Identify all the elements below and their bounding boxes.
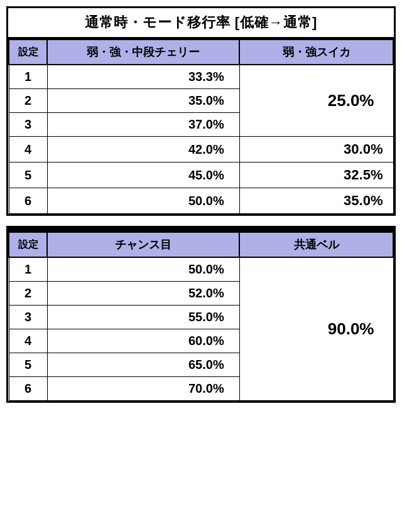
- setting-cell: 4: [9, 137, 47, 162]
- col2-cell: 45.0%: [47, 162, 239, 188]
- setting-cell: 1: [9, 65, 47, 89]
- table-row: 442.0%30.0%: [9, 137, 393, 162]
- setting-cell: 2: [9, 89, 47, 113]
- table2-header-col2: チャンス目: [47, 232, 239, 257]
- col2-cell: 65.0%: [47, 353, 239, 377]
- col3-merged-cell: 25.0%: [239, 65, 393, 137]
- col2-cell: 35.0%: [47, 89, 239, 113]
- table-row: 650.0%35.0%: [9, 188, 393, 214]
- setting-cell: 2: [9, 282, 47, 306]
- col2-cell: 33.3%: [47, 65, 239, 89]
- table2: 設定 チャンス目 共通ベル 150.0%90.0%252.0%355.0%460…: [6, 230, 396, 403]
- col3-cell: 30.0%: [239, 137, 393, 162]
- setting-cell: 6: [9, 377, 47, 401]
- table2-header-setting: 設定: [9, 232, 47, 257]
- col2-cell: 52.0%: [47, 282, 239, 306]
- col2-cell: 42.0%: [47, 137, 239, 162]
- table1: 設定 弱・強・中段チェリー 弱・強スイカ 133.3%25.0%235.0%33…: [6, 39, 396, 216]
- table-row: 545.0%32.5%: [9, 162, 393, 188]
- setting-cell: 4: [9, 329, 47, 353]
- table2-header-col3: 共通ベル: [239, 232, 393, 257]
- page-title: 通常時・モード移行率 [低確→通常]: [6, 6, 396, 39]
- col2-cell: 60.0%: [47, 329, 239, 353]
- setting-cell: 5: [9, 162, 47, 188]
- setting-cell: 5: [9, 353, 47, 377]
- setting-cell: 3: [9, 113, 47, 137]
- setting-cell: 6: [9, 188, 47, 214]
- col2-cell: 70.0%: [47, 377, 239, 401]
- col3-merged-cell: 90.0%: [239, 257, 393, 401]
- table-row: 133.3%25.0%: [9, 65, 393, 89]
- col3-cell: 35.0%: [239, 188, 393, 214]
- setting-cell: 3: [9, 306, 47, 329]
- col2-cell: 37.0%: [47, 113, 239, 137]
- col2-cell: 55.0%: [47, 306, 239, 329]
- table-row: 150.0%90.0%: [9, 257, 393, 282]
- table1-header-col3: 弱・強スイカ: [239, 40, 393, 65]
- col2-cell: 50.0%: [47, 257, 239, 282]
- table1-header-col2: 弱・強・中段チェリー: [47, 40, 239, 65]
- table1-header-setting: 設定: [9, 40, 47, 65]
- setting-cell: 1: [9, 257, 47, 282]
- col3-cell: 32.5%: [239, 162, 393, 188]
- col2-cell: 50.0%: [47, 188, 239, 214]
